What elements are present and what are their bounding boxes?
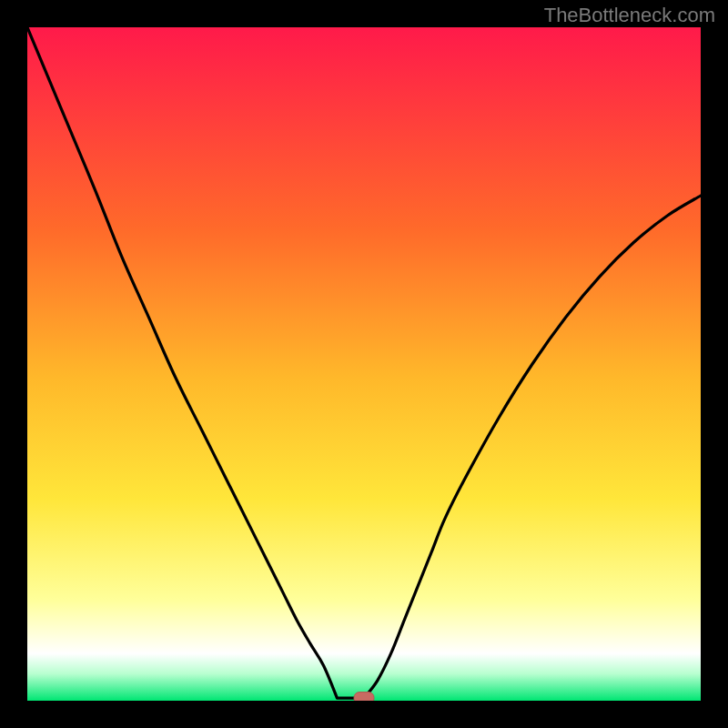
gradient-bg — [27, 27, 701, 701]
optimal-marker — [354, 693, 374, 701]
attribution-text: TheBottleneck.com — [544, 4, 715, 27]
plot-frame — [27, 27, 701, 701]
plot-svg — [27, 27, 701, 701]
